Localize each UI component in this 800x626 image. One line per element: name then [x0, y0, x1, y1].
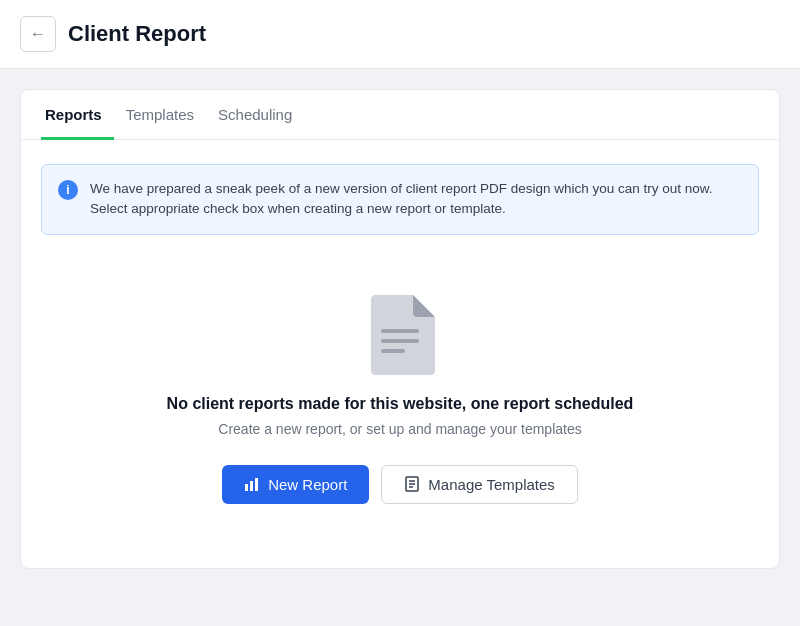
- new-report-button[interactable]: New Report: [222, 465, 369, 504]
- tab-templates[interactable]: Templates: [114, 90, 206, 140]
- svg-rect-2: [381, 349, 405, 353]
- tabs-bar: Reports Templates Scheduling: [21, 90, 779, 140]
- empty-state-title: No client reports made for this website,…: [167, 395, 634, 413]
- manage-templates-label: Manage Templates: [428, 476, 554, 493]
- empty-state: No client reports made for this website,…: [41, 275, 759, 544]
- info-banner-text: We have prepared a sneak peek of a new v…: [90, 179, 742, 220]
- back-arrow-icon: ←: [30, 25, 46, 43]
- back-button[interactable]: ←: [20, 16, 56, 52]
- empty-state-subtitle: Create a new report, or set up and manag…: [218, 421, 581, 437]
- svg-rect-4: [250, 481, 253, 491]
- svg-rect-3: [245, 484, 248, 491]
- page-header: ← Client Report: [0, 0, 800, 69]
- svg-rect-1: [381, 339, 419, 343]
- svg-rect-0: [381, 329, 419, 333]
- main-card: Reports Templates Scheduling i We have p…: [20, 89, 780, 569]
- chart-icon: [244, 476, 260, 492]
- manage-templates-button[interactable]: Manage Templates: [381, 465, 577, 504]
- tab-reports[interactable]: Reports: [41, 90, 114, 140]
- info-icon: i: [58, 180, 78, 200]
- template-icon: [404, 476, 420, 492]
- card-body: i We have prepared a sneak peek of a new…: [21, 140, 779, 568]
- action-buttons: New Report Manage Templates: [222, 465, 578, 504]
- tab-scheduling[interactable]: Scheduling: [206, 90, 304, 140]
- page-title: Client Report: [68, 21, 206, 47]
- info-banner: i We have prepared a sneak peek of a new…: [41, 164, 759, 235]
- empty-document-icon: [365, 295, 435, 375]
- new-report-label: New Report: [268, 476, 347, 493]
- svg-rect-5: [255, 478, 258, 491]
- content-area: Reports Templates Scheduling i We have p…: [0, 69, 800, 626]
